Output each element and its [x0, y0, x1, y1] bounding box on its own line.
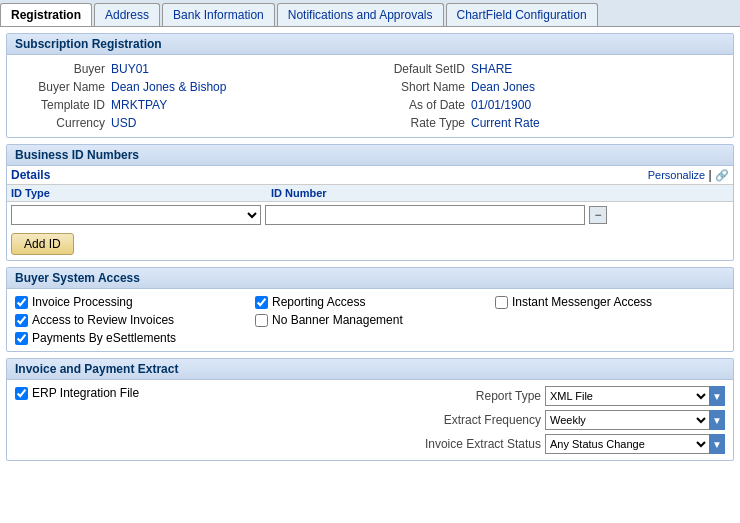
rate-type-label: Rate Type	[375, 116, 465, 130]
buyer-name-label: Buyer Name	[15, 80, 105, 94]
report-type-row: Report Type XML File CSV File Text File …	[425, 386, 725, 406]
report-type-select-wrapper: XML File CSV File Text File ▼	[545, 386, 725, 406]
rate-type-value: Current Rate	[471, 116, 540, 130]
buyer-system-access-header: Buyer System Access	[7, 268, 733, 289]
extract-frequency-label: Extract Frequency	[444, 413, 541, 427]
report-type-arrow-button[interactable]: ▼	[709, 386, 725, 406]
erp-integration-row: ERP Integration File	[15, 386, 425, 400]
default-setid-value: SHARE	[471, 62, 512, 76]
erp-integration-label: ERP Integration File	[32, 386, 139, 400]
personalize-area: Personalize | 🔗	[648, 168, 729, 182]
invoice-extract-body: ERP Integration File Report Type XML Fil…	[7, 380, 733, 460]
tab-address[interactable]: Address	[94, 3, 160, 26]
add-id-area: Add ID	[7, 228, 733, 260]
personalize-link[interactable]: Personalize	[648, 169, 705, 181]
no-banner-row: No Banner Management	[255, 313, 485, 327]
extract-frequency-arrow-button[interactable]: ▼	[709, 410, 725, 430]
idnum-input[interactable]	[265, 205, 585, 225]
review-invoices-label: Access to Review Invoices	[32, 313, 174, 327]
as-of-date-value: 01/01/1900	[471, 98, 531, 112]
buyer-name-row: Buyer Name Dean Jones & Bishop	[15, 79, 365, 95]
registration-grid: Buyer BUY01 Buyer Name Dean Jones & Bish…	[15, 61, 725, 131]
payments-esettlements-checkbox[interactable]	[15, 332, 28, 345]
id-table-header: ID Type ID Number	[7, 185, 733, 202]
invoice-extract-status-label: Invoice Extract Status	[425, 437, 541, 451]
review-invoices-checkbox[interactable]	[15, 314, 28, 327]
business-id-header: Business ID Numbers	[7, 145, 733, 166]
report-type-label: Report Type	[476, 389, 541, 403]
subscription-registration-body: Buyer BUY01 Buyer Name Dean Jones & Bish…	[7, 55, 733, 137]
currency-label: Currency	[15, 116, 105, 130]
as-of-date-label: As of Date	[375, 98, 465, 112]
invoice-extract-section: Invoice and Payment Extract ERP Integrat…	[6, 358, 734, 461]
currency-row: Currency USD	[15, 115, 365, 131]
invoice-processing-label: Invoice Processing	[32, 295, 133, 309]
reg-right-col: Default SetID SHARE Short Name Dean Jone…	[375, 61, 725, 131]
erp-integration-checkbox[interactable]	[15, 387, 28, 400]
invoice-extract-status-row: Invoice Extract Status Any Status Change…	[425, 434, 725, 454]
buyer-row: Buyer BUY01	[15, 61, 365, 77]
invoice-processing-row: Invoice Processing	[15, 295, 245, 309]
extract-frequency-select-wrapper: Weekly Daily Monthly ▼	[545, 410, 725, 430]
tab-notifications[interactable]: Notifications and Approvals	[277, 3, 444, 26]
no-banner-checkbox[interactable]	[255, 314, 268, 327]
extract-left: ERP Integration File	[15, 386, 425, 454]
currency-value: USD	[111, 116, 136, 130]
buyer-value: BUY01	[111, 62, 149, 76]
business-id-section: Business ID Numbers Details Personalize …	[6, 144, 734, 261]
remove-id-button[interactable]: −	[589, 206, 607, 224]
subscription-registration-section: Subscription Registration Buyer BUY01 Bu…	[6, 33, 734, 138]
buyer-name-value: Dean Jones & Bishop	[111, 80, 226, 94]
tab-bar: Registration Address Bank Information No…	[0, 0, 740, 27]
invoice-extract-status-select-wrapper: Any Status Change Approved Only Paid Onl…	[545, 434, 725, 454]
empty-col3	[495, 313, 725, 327]
invoice-extract-status-select[interactable]: Any Status Change Approved Only Paid Onl…	[545, 434, 709, 454]
short-name-value: Dean Jones	[471, 80, 535, 94]
access-grid: Invoice Processing Reporting Access Inst…	[15, 295, 725, 345]
id-table-row: −	[7, 202, 733, 228]
instant-messenger-checkbox[interactable]	[495, 296, 508, 309]
add-id-button[interactable]: Add ID	[11, 233, 74, 255]
tab-registration[interactable]: Registration	[0, 3, 92, 26]
col-header-idtype: ID Type	[11, 187, 271, 199]
extract-right: Report Type XML File CSV File Text File …	[425, 386, 725, 454]
review-invoices-row: Access to Review Invoices	[15, 313, 245, 327]
buyer-label: Buyer	[15, 62, 105, 76]
subscription-registration-header: Subscription Registration	[7, 34, 733, 55]
no-banner-label: No Banner Management	[272, 313, 403, 327]
invoice-extract-header: Invoice and Payment Extract	[7, 359, 733, 380]
report-type-select[interactable]: XML File CSV File Text File	[545, 386, 709, 406]
buyer-system-access-body: Invoice Processing Reporting Access Inst…	[7, 289, 733, 351]
extract-frequency-select[interactable]: Weekly Daily Monthly	[545, 410, 709, 430]
invoice-extract-status-arrow-button[interactable]: ▼	[709, 434, 725, 454]
as-of-date-row: As of Date 01/01/1900	[375, 97, 725, 113]
default-setid-row: Default SetID SHARE	[375, 61, 725, 77]
invoice-processing-checkbox[interactable]	[15, 296, 28, 309]
tab-chartfield[interactable]: ChartField Configuration	[446, 3, 598, 26]
extract-frequency-row: Extract Frequency Weekly Daily Monthly ▼	[425, 410, 725, 430]
tab-bank-information[interactable]: Bank Information	[162, 3, 275, 26]
instant-messenger-label: Instant Messenger Access	[512, 295, 652, 309]
payments-esettlements-row: Payments By eSettlements	[15, 331, 245, 345]
short-name-label: Short Name	[375, 80, 465, 94]
template-id-label: Template ID	[15, 98, 105, 112]
details-bar: Details Personalize | 🔗	[7, 166, 733, 185]
reporting-access-label: Reporting Access	[272, 295, 365, 309]
buyer-system-access-section: Buyer System Access Invoice Processing R…	[6, 267, 734, 352]
default-setid-label: Default SetID	[375, 62, 465, 76]
template-id-row: Template ID MRKTPAY	[15, 97, 365, 113]
external-link-icon[interactable]: 🔗	[715, 169, 729, 181]
details-link[interactable]: Details	[11, 168, 50, 182]
rate-type-row: Rate Type Current Rate	[375, 115, 725, 131]
short-name-row: Short Name Dean Jones	[375, 79, 725, 95]
payments-esettlements-label: Payments By eSettlements	[32, 331, 176, 345]
reg-left-col: Buyer BUY01 Buyer Name Dean Jones & Bish…	[15, 61, 365, 131]
reporting-access-row: Reporting Access	[255, 295, 485, 309]
idtype-select[interactable]	[11, 205, 261, 225]
col-header-idnum: ID Number	[271, 187, 729, 199]
template-id-value: MRKTPAY	[111, 98, 167, 112]
instant-messenger-row: Instant Messenger Access	[495, 295, 725, 309]
reporting-access-checkbox[interactable]	[255, 296, 268, 309]
